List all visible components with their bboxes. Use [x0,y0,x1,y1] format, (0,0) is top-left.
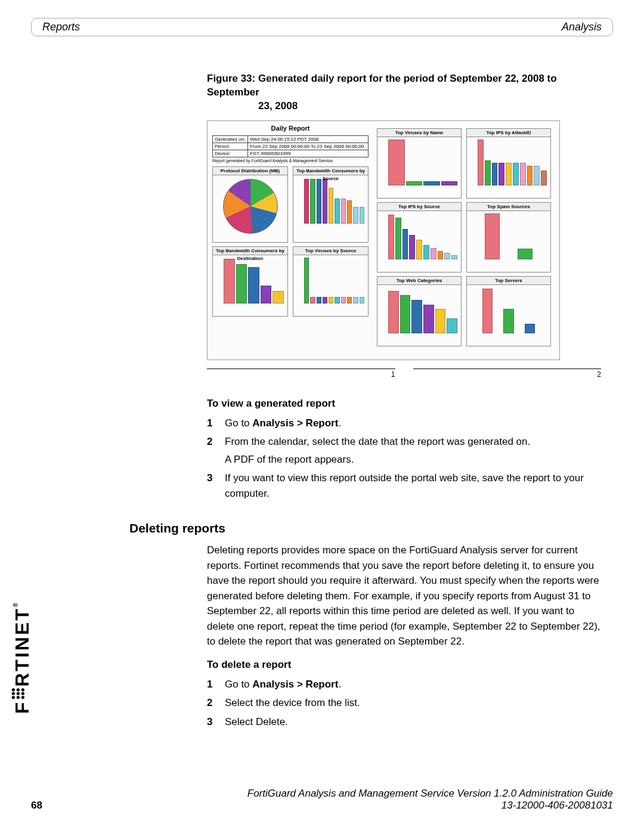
header-bar: Reports Analysis [31,18,613,36]
bar-chart [467,285,550,336]
fig-page-1: 1 [207,368,395,379]
nav-path: Analysis > Report [252,417,338,429]
delete-report-heading: To delete a report [207,659,601,671]
bar-chart [467,211,550,262]
nav-path: Analysis > Report [252,679,338,690]
meta-footnote: Report generated by FortiGuard Analysis … [212,159,369,163]
view-step-3: 3 If you want to view this report outsid… [207,470,601,501]
figure-caption-line2: 23, 2008 [258,100,298,112]
meta-gen-value: Wed Sep 24 06:15:22 PDT 2008 [248,135,369,143]
logo-part-2: RTINET [11,607,33,687]
chart-title: Top IPS by Source [377,203,461,211]
step-text: Go to [225,679,252,690]
chart-title: Top Spam Sources [467,203,550,211]
chart-servers: Top Servers [466,276,551,346]
header-left: Reports [42,21,80,33]
report-figure: Daily Report Generated on:Wed Sep 24 06:… [207,120,560,360]
content: Figure 33: Generated daily report for th… [207,72,601,729]
bar-chart [377,211,461,262]
chart-virus-name: Top Viruses by Name [377,128,462,199]
chart-title: Top Viruses by Name [377,129,461,137]
chart-web: Top Web Categories [377,276,462,346]
chart-title: Top Web Categories [377,277,461,285]
meta-period-label: Period: [213,143,248,150]
step-text: Select Delete. [225,714,601,730]
logo-dots-icon: ••••••••• [11,688,25,699]
chart-bw-dst: Top Bandwidth Consumers by Destination [212,246,288,317]
step-text: Go to [225,417,252,429]
chart-protocol-dist: Protocol Distribution (MB) [212,166,288,243]
step-text: Select the device from the list. [225,695,601,711]
view-report-heading: To view a generated report [207,398,601,410]
report-page-2: Top Viruses by Name Top IPS by AttackID [377,125,551,346]
meta-gen-label: Generated on: [213,135,248,143]
bar-chart [377,137,461,188]
bar-chart [377,285,461,336]
page-footer: FortiGuard Analysis and Management Servi… [31,788,613,812]
chart-bw-src: Top Bandwidth Consumers by Source [293,166,369,243]
chart-title: Protocol Distribution (MB) [213,167,287,175]
deleting-reports-para: Deleting reports provides more space on … [207,543,601,649]
meta-device-value: FGT-9998D801999 [248,150,369,157]
view-step-2: 2 From the calendar, select the date tha… [207,434,601,467]
chart-spam: Top Spam Sources [466,202,551,272]
daily-report-title: Daily Report [212,125,369,132]
report-meta-table: Generated on:Wed Sep 24 06:15:22 PDT 200… [212,135,369,157]
footer-guide-title: FortiGuard Analysis and Management Servi… [31,788,613,800]
chart-title: Top Viruses by Source [293,247,368,255]
header-right: Analysis [562,21,602,33]
bar-chart [293,175,368,226]
step-text: If you want to view this report outside … [225,470,601,501]
footer-doc-number: 13-12000-406-20081031 [501,800,613,812]
bar-chart [467,137,550,188]
fig-page-2: 2 [413,368,602,379]
chart-virus-src: Top Viruses by Source [293,246,369,317]
figure-caption: Figure 33: Generated daily report for th… [207,72,601,113]
page: Reports Analysis Figure 33: Generated da… [0,0,644,833]
delete-step-1: 1 Go to Analysis > Report. [207,677,601,692]
pie-icon [223,179,278,234]
chart-ips-src: Top IPS by Source [377,202,462,272]
delete-step-2: 2 Select the device from the list. [207,695,601,711]
meta-period-value: From 22 Sep 2008 00:00:00 To 23 Sep 2008… [248,143,369,150]
view-steps: 1 Go to Analysis > Report. 2 From the ca… [207,416,601,501]
step-subtext: A PDF of the report appears. [225,452,601,467]
delete-steps: 1 Go to Analysis > Report. 2 Select the … [207,677,601,730]
logo-part-1: F [11,700,33,714]
step-text: From the calendar, select the date that … [225,436,530,447]
figure-page-numbers: 1 2 [207,368,601,379]
chart-title: Top Servers [467,277,550,285]
footer-page-number: 68 [31,800,42,812]
chart-title: Top Bandwidth Consumers by Source [293,167,368,175]
chart-ips-attack: Top IPS by AttackID [466,128,551,199]
view-step-1: 1 Go to Analysis > Report. [207,416,601,431]
bar-chart [293,255,368,306]
figure-caption-line1: Generated daily report for the period of… [207,73,557,98]
meta-device-label: Device: [213,150,248,157]
bar-chart [213,255,287,306]
deleting-reports-heading: Deleting reports [129,521,601,535]
chart-title: Top Bandwidth Consumers by Destination [213,247,287,255]
figure-label: Figure 33: [207,73,258,84]
delete-step-3: 3 Select Delete. [207,714,601,730]
chart-title: Top IPS by AttackID [467,129,550,137]
fortinet-logo: F•••••••••RTINET® [11,601,33,714]
report-page-1: Daily Report Generated on:Wed Sep 24 06:… [212,125,369,317]
